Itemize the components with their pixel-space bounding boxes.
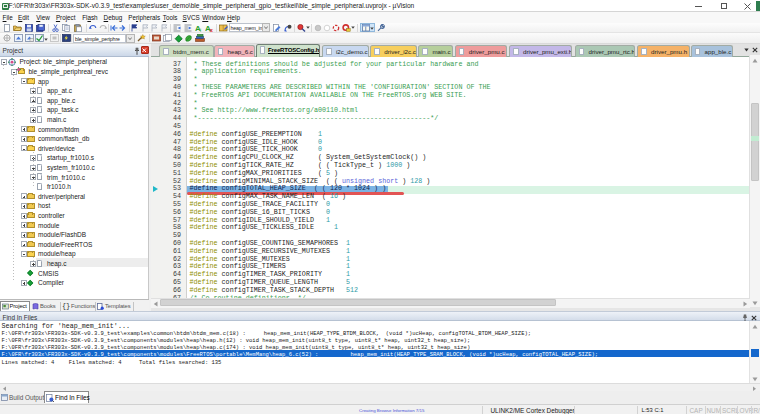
svg-text:x: x — [209, 27, 213, 32]
svg-text:i: i — [200, 26, 201, 32]
